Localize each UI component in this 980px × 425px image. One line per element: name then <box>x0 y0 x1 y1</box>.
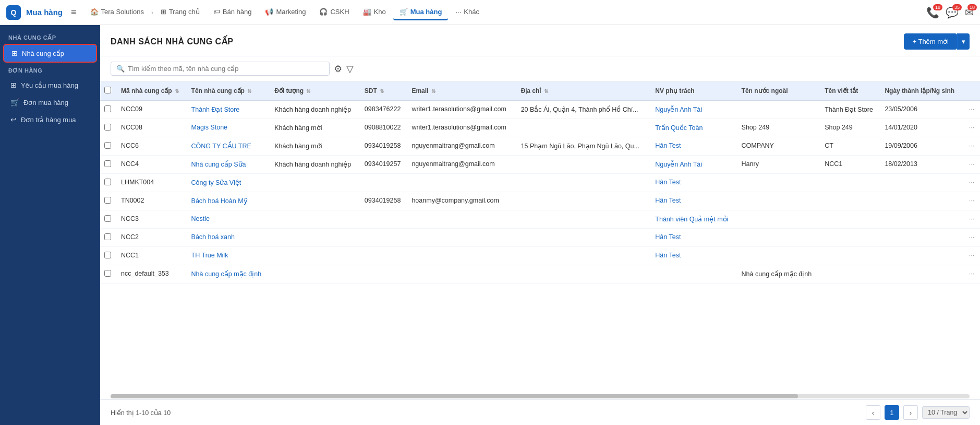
row-sdt: 0983476222 <box>360 101 408 119</box>
row-ten[interactable]: Nestle <box>187 210 271 229</box>
row-ten[interactable]: Bách hoá xanh <box>187 229 271 247</box>
nav-khac[interactable]: ··· Khác <box>449 5 485 20</box>
col-doi-tuong[interactable]: Đối tượng ⇅ <box>270 81 360 101</box>
row-ten[interactable]: Magis Stone <box>187 119 271 137</box>
row-action-menu[interactable]: ··· <box>963 247 980 265</box>
row-nv-phu-trach[interactable]: Hân Test <box>651 229 737 247</box>
row-ten-viet-tat <box>820 265 880 284</box>
row-nv-phu-trach[interactable]: Thành viên Quả mệt mỏi <box>651 210 737 229</box>
col-ten-viet-tat: Tên viết tắt <box>820 81 880 101</box>
row-checkbox[interactable] <box>104 215 111 222</box>
row-action-menu[interactable]: ··· <box>963 210 980 229</box>
row-action-menu[interactable]: ··· <box>963 192 980 210</box>
row-ten[interactable]: Nhà cung cấp Sữa <box>187 156 271 174</box>
col-email[interactable]: Email ⇅ <box>407 81 516 101</box>
row-action-menu[interactable]: ··· <box>963 265 980 284</box>
home-icon: 🏠 <box>90 8 99 16</box>
sidebar-section-don-hang: ĐƠN HÀNG <box>0 63 100 76</box>
col-ten[interactable]: Tên nhà cung cấp ⇅ <box>187 81 271 101</box>
row-nv-phu-trach[interactable]: Nguyễn Anh Tài <box>651 101 737 119</box>
row-sdt <box>360 265 408 284</box>
row-checkbox-cell <box>100 174 117 192</box>
row-action-menu[interactable]: ··· <box>963 101 980 119</box>
row-checkbox[interactable] <box>104 252 111 258</box>
row-dia-chi <box>517 229 651 247</box>
chat-notification[interactable]: 💬 35 <box>946 6 959 19</box>
row-ten[interactable]: CÔNG TY CẦU TRE <box>187 137 271 156</box>
row-ten[interactable]: TH True Milk <box>187 247 271 265</box>
row-ma: NCC4 <box>117 156 187 174</box>
row-action-menu[interactable]: ··· <box>963 137 980 156</box>
page-size-select[interactable]: 10 / Trang 20 / Trang 50 / Trang <box>922 406 970 419</box>
filter-funnel-button[interactable]: ▽ <box>346 63 354 75</box>
sidebar-item-nha-cung-cap[interactable]: ⊞ Nhà cung cấp <box>3 44 97 63</box>
sidebar-item-don-mua-hang[interactable]: 🛒 Đơn mua hàng <box>3 94 97 111</box>
row-checkbox[interactable] <box>104 270 111 277</box>
row-checkbox[interactable] <box>104 105 111 112</box>
suppliers-table: Mã nhà cung cấp ⇅ Tên nhà cung cấp ⇅ Đối… <box>100 81 980 284</box>
add-dropdown-button[interactable]: ▾ <box>957 33 970 50</box>
row-checkbox[interactable] <box>104 124 111 131</box>
row-ten-viet-tat: NCC1 <box>820 156 880 174</box>
row-checkbox[interactable] <box>104 233 111 240</box>
row-checkbox[interactable] <box>104 197 111 204</box>
nav-tera-solutions[interactable]: 🏠 Tera Solutions <box>84 5 150 20</box>
row-action-menu[interactable]: ··· <box>963 156 980 174</box>
add-button[interactable]: + Thêm mới <box>904 33 957 50</box>
mail-notification[interactable]: ✉ 18 <box>965 6 974 19</box>
col-dia-chi[interactable]: Địa chỉ ⇅ <box>517 81 651 101</box>
table-row: TN0002 Bách hoá Hoàn Mỹ 0934019258 hoanm… <box>100 192 980 210</box>
row-ma: NCC6 <box>117 137 187 156</box>
sidebar-item-label-don-tra: Đơn trả hàng mua <box>21 116 76 124</box>
row-checkbox-cell <box>100 265 117 284</box>
row-checkbox[interactable] <box>104 160 111 167</box>
nav-kho[interactable]: 🏭 Kho <box>357 5 392 20</box>
col-ten-nuoc-ngoai: Tên nước ngoài <box>737 81 821 101</box>
marketing-icon: 📢 <box>265 8 273 16</box>
row-doi-tuong: Khách hàng mới <box>270 137 360 156</box>
next-page-button[interactable]: › <box>903 405 918 420</box>
row-ten-viet-tat <box>820 247 880 265</box>
row-ten[interactable]: Công ty Sữa Việt <box>187 174 271 192</box>
select-all-checkbox[interactable] <box>104 87 111 93</box>
page-1-button[interactable]: 1 <box>885 405 899 420</box>
horizontal-scrollbar[interactable] <box>111 394 970 398</box>
search-input[interactable] <box>128 65 324 73</box>
row-action-menu[interactable]: ··· <box>963 229 980 247</box>
sidebar-item-yeu-cau-mua-hang[interactable]: ⊞ Yêu cầu mua hàng <box>3 77 97 93</box>
row-nv-phu-trach[interactable]: Hân Test <box>651 192 737 210</box>
row-action-menu[interactable]: ··· <box>963 174 980 192</box>
row-checkbox-cell <box>100 101 117 119</box>
nav-mua-hang[interactable]: 🛒 Mua hàng <box>393 5 449 20</box>
sidebar-item-don-tra-hang[interactable]: ↩ Đơn trả hàng mua <box>3 111 97 128</box>
row-nv-phu-trach[interactable]: Trần Quốc Toàn <box>651 119 737 137</box>
phone-notification[interactable]: 📞 18 <box>926 6 939 19</box>
row-ten-nuoc-ngoai <box>737 210 821 229</box>
prev-page-button[interactable]: ‹ <box>866 405 880 420</box>
col-ma[interactable]: Mã nhà cung cấp ⇅ <box>117 81 187 101</box>
row-checkbox[interactable] <box>104 142 111 149</box>
col-sdt[interactable]: SDT ⇅ <box>360 81 408 101</box>
row-email: writer1.terasolutions@gmail.com <box>407 119 516 137</box>
col-actions <box>963 81 980 101</box>
filter-settings-button[interactable]: ⚙ <box>334 63 342 75</box>
nav-ban-hang[interactable]: 🏷 Bán hàng <box>207 5 258 20</box>
row-nv-phu-trach[interactable]: Nguyễn Anh Tài <box>651 156 737 174</box>
nav-marketing[interactable]: 📢 Marketing <box>259 5 312 20</box>
row-ma: NCC2 <box>117 229 187 247</box>
row-checkbox[interactable] <box>104 179 111 185</box>
row-doi-tuong: Khách hàng mới <box>270 119 360 137</box>
nav-cskh[interactable]: 🎧 CSKH <box>313 5 355 20</box>
row-nv-phu-trach[interactable]: Hân Test <box>651 174 737 192</box>
row-ten[interactable]: Nhà cung cấp mặc định <box>187 265 271 284</box>
row-doi-tuong: Khách hàng doanh nghiệp <box>270 156 360 174</box>
row-nv-phu-trach[interactable]: Hân Test <box>651 247 737 265</box>
nav-trang-chu[interactable]: ⊞ Trang chủ <box>154 5 206 20</box>
row-action-menu[interactable]: ··· <box>963 119 980 137</box>
row-nv-phu-trach[interactable]: Hân Test <box>651 137 737 156</box>
row-sdt: 0934019258 <box>360 192 408 210</box>
row-ten-nuoc-ngoai <box>737 192 821 210</box>
row-ten[interactable]: Bách hoá Hoàn Mỹ <box>187 192 271 210</box>
hamburger-button[interactable]: ≡ <box>71 7 77 18</box>
row-ten[interactable]: Thành Đạt Store <box>187 101 271 119</box>
